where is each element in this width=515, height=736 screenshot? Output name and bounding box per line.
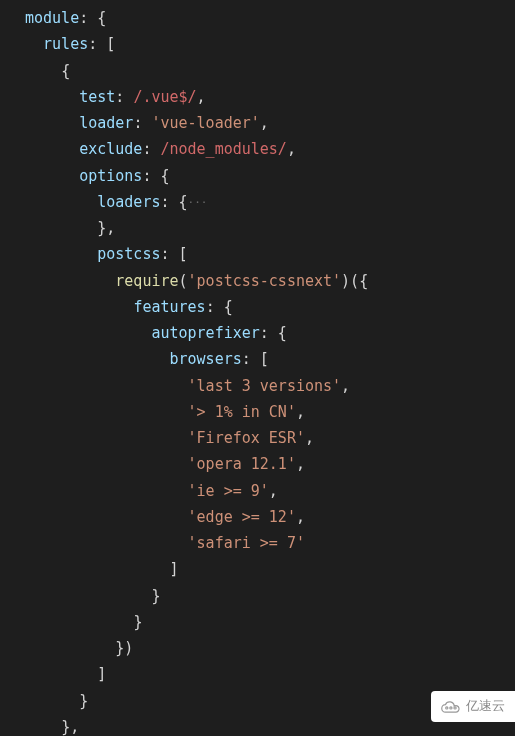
token-punct: ,	[260, 114, 269, 132]
token-punct: :	[133, 114, 151, 132]
token-punct: ]	[170, 560, 179, 578]
token-punct: : [	[160, 245, 187, 263]
token-string: 'safari >= 7'	[188, 534, 305, 552]
token-punct: )({	[341, 272, 368, 290]
token-string: 'postcss-cssnext'	[188, 272, 342, 290]
token-string: '> 1% in CN'	[188, 403, 296, 421]
token-punct: :	[115, 88, 133, 106]
code-line: features: {	[25, 294, 515, 320]
token-key: autoprefixer	[151, 324, 259, 342]
code-line: exclude: /node_modules/,	[25, 136, 515, 162]
token-string: 'edge >= 12'	[188, 508, 296, 526]
code-line: require('postcss-cssnext')({	[25, 268, 515, 294]
code-line: }	[25, 609, 515, 635]
watermark-text: 亿速云	[466, 695, 505, 718]
token-key: browsers	[170, 350, 242, 368]
code-line: })	[25, 635, 515, 661]
token-regex: /node_modules/	[160, 140, 286, 158]
code-line: '> 1% in CN',	[25, 399, 515, 425]
token-punct: : {	[79, 9, 106, 27]
token-punct: ,	[305, 429, 314, 447]
token-punct: })	[115, 639, 133, 657]
token-key: rules	[43, 35, 88, 53]
token-key: loaders	[97, 193, 160, 211]
token-punct: ,	[287, 140, 296, 158]
token-punct: }	[133, 613, 142, 631]
token-punct: ,	[197, 88, 206, 106]
code-line: {	[25, 58, 515, 84]
code-line: autoprefixer: {	[25, 320, 515, 346]
token-string: 'last 3 versions'	[188, 377, 342, 395]
watermark-badge: 亿速云	[431, 691, 515, 722]
token-punct: }	[151, 587, 160, 605]
token-punct: : {	[206, 298, 233, 316]
code-line: 'opera 12.1',	[25, 451, 515, 477]
token-punct: },	[97, 219, 115, 237]
token-punct: ,	[341, 377, 350, 395]
svg-point-2	[454, 706, 456, 708]
code-line: module: {	[25, 5, 515, 31]
code-line: 'Firefox ESR',	[25, 425, 515, 451]
token-punct: }	[79, 692, 88, 710]
token-key: module	[25, 9, 79, 27]
token-punct: ,	[296, 508, 305, 526]
token-func: require	[115, 272, 178, 290]
token-punct: ,	[296, 455, 305, 473]
token-string: 'Firefox ESR'	[188, 429, 305, 447]
token-punct: :	[142, 140, 160, 158]
token-punct: ,	[269, 482, 278, 500]
token-string: 'ie >= 9'	[188, 482, 269, 500]
svg-point-1	[450, 706, 452, 708]
token-punct: : {	[260, 324, 287, 342]
token-punct: : {	[160, 193, 187, 211]
token-punct: },	[61, 718, 79, 736]
token-key: exclude	[79, 140, 142, 158]
fold-ellipsis-icon[interactable]: ···	[188, 196, 208, 209]
code-line: test: /.vue$/,	[25, 84, 515, 110]
code-line: rules: [	[25, 31, 515, 57]
code-line: loaders: {···	[25, 189, 515, 215]
token-key: options	[79, 167, 142, 185]
token-punct: (	[179, 272, 188, 290]
code-line: postcss: [	[25, 241, 515, 267]
token-key: features	[133, 298, 205, 316]
code-line: loader: 'vue-loader',	[25, 110, 515, 136]
token-key: postcss	[97, 245, 160, 263]
code-line: browsers: [	[25, 346, 515, 372]
cloud-icon	[439, 699, 461, 715]
code-line: ]	[25, 556, 515, 582]
token-punct: : [	[88, 35, 115, 53]
token-punct: : {	[142, 167, 169, 185]
token-punct: ,	[296, 403, 305, 421]
token-key: loader	[79, 114, 133, 132]
code-line: 'safari >= 7'	[25, 530, 515, 556]
token-punct: ]	[97, 665, 106, 683]
token-string: 'opera 12.1'	[188, 455, 296, 473]
token-regex: /.vue$/	[133, 88, 196, 106]
token-punct: : [	[242, 350, 269, 368]
code-block: module: { rules: [ { test: /.vue$/, load…	[25, 5, 515, 736]
code-line: 'edge >= 12',	[25, 504, 515, 530]
code-line: options: {	[25, 163, 515, 189]
code-line: }	[25, 583, 515, 609]
token-key: test	[79, 88, 115, 106]
code-line: },	[25, 215, 515, 241]
token-string: 'vue-loader'	[151, 114, 259, 132]
svg-point-0	[446, 706, 448, 708]
code-line: 'last 3 versions',	[25, 373, 515, 399]
code-line: ]	[25, 661, 515, 687]
token-punct: {	[61, 62, 70, 80]
code-line: 'ie >= 9',	[25, 478, 515, 504]
